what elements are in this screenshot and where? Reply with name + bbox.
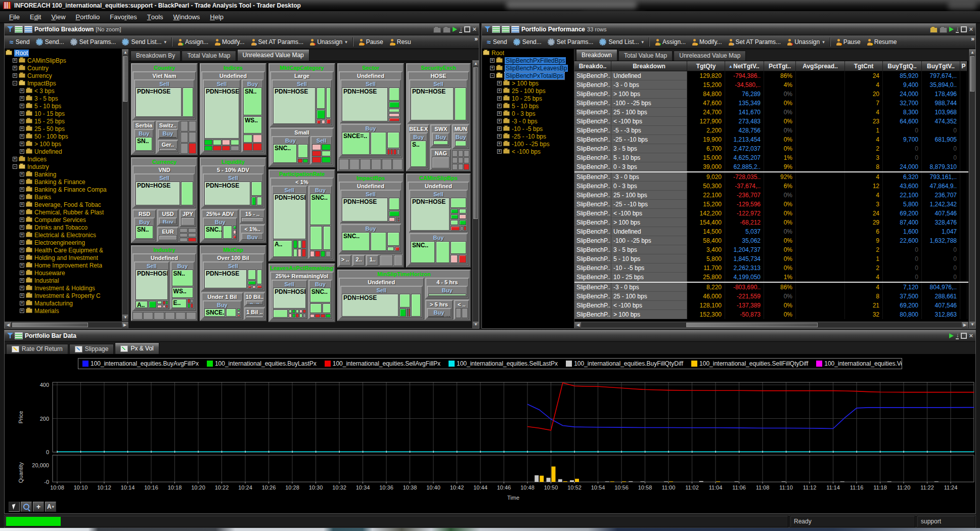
tree-expand-toggle[interactable]: +	[497, 96, 502, 101]
treemap-mosaic-tile[interactable]	[166, 301, 168, 304]
treemap-cell[interactable]: A..	[273, 240, 292, 257]
treemap-cell[interactable]	[451, 226, 459, 231]
treemap-mosaic-tile[interactable]	[464, 157, 469, 163]
treemap-cell[interactable]	[310, 226, 322, 250]
treemap-mosaic-tile[interactable]	[456, 308, 462, 318]
treemap-cell[interactable]: PDN=HOSE	[136, 87, 182, 117]
treemap-mosaic-tile[interactable]	[189, 132, 196, 143]
run-icon[interactable]	[949, 333, 954, 338]
tree-vertical-scrollbar[interactable]: ▲▼	[122, 49, 128, 321]
treemap-group[interactable]: < 1%..Buy	[240, 225, 265, 242]
folder-up-icon[interactable]	[930, 27, 938, 33]
tree-item[interactable]: +Holding and Investment	[5, 254, 122, 261]
treemap-mosaic-tile[interactable]	[302, 249, 305, 257]
table-icon[interactable]	[15, 26, 23, 33]
treemap-mosaic-tile[interactable]	[163, 305, 165, 308]
tree-item[interactable]: +Drinks and Tobacco	[5, 224, 122, 231]
resume-button[interactable]: Resume	[864, 36, 900, 48]
tree-item[interactable]: +Banks	[5, 193, 122, 201]
treemap-mosaic-tile[interactable]	[315, 314, 320, 318]
tree-expand-toggle[interactable]: +	[20, 134, 24, 139]
menu-tools[interactable]: Tools	[142, 11, 168, 22]
tree-expand-toggle[interactable]: +	[497, 149, 502, 154]
treemap-mosaic-tile[interactable]	[213, 140, 221, 145]
tree-expand-toggle[interactable]: +	[490, 58, 495, 63]
tree-item[interactable]: +3 - 5 bps	[5, 95, 122, 102]
treemap-group[interactable]: 1..	[366, 255, 379, 266]
treemap-group[interactable]: SellPDN=HOSE	[409, 79, 468, 122]
treemap-group[interactable]: Under 1 BilBuySNCE..	[201, 292, 243, 320]
tree-item[interactable]: Root	[482, 49, 574, 57]
tree-expand-toggle[interactable]: +	[490, 66, 495, 70]
tree-item[interactable]: +Investment & Holdings	[5, 284, 122, 292]
treemap-cell[interactable]	[257, 270, 262, 284]
tree-expand-toggle[interactable]: +	[13, 73, 17, 78]
treemap-group[interactable]: Over 100 BilSellPDN=HOSE	[201, 253, 265, 291]
treemap-cell[interactable]	[237, 315, 240, 317]
treemap-cell[interactable]: PDN=HOSE	[204, 270, 247, 288]
treemap-group[interactable]: Buy	[432, 132, 450, 146]
table-row[interactable]: SlipBenchP..Undefined14,5005,0370%61,600…	[574, 227, 968, 236]
export-icon[interactable]: ↓	[459, 26, 462, 33]
tab-total-value-map[interactable]: Total Value Map	[618, 51, 673, 61]
send-button[interactable]: Send...	[33, 36, 67, 48]
treemap-cell[interactable]: PDN=HOSE	[273, 288, 306, 308]
send-button[interactable]: ≈Send	[7, 36, 33, 48]
treemap-cell[interactable]	[223, 226, 232, 239]
treemap-mosaic-tile[interactable]	[231, 140, 239, 145]
treemap-group[interactable]: RSDBuySN..	[132, 209, 156, 242]
treemap-cell[interactable]: PDN=HOSE	[342, 198, 388, 222]
tree-expand-toggle[interactable]: +	[20, 187, 24, 192]
treemap-mosaic-tile[interactable]	[231, 146, 239, 151]
tree-expand-toggle[interactable]: +	[20, 278, 24, 283]
table-row[interactable]: SlipBenchP..-100 - -25 bps58,40035,0620%…	[574, 236, 968, 245]
treemap-group[interactable]: Buy	[159, 217, 176, 225]
treemap-mosaic-tile[interactable]	[322, 157, 331, 163]
treemap-cell[interactable]	[317, 87, 325, 109]
tree-item[interactable]: +-100 - -25 bps	[482, 140, 574, 148]
tree-item[interactable]: +Home Improvement Reta	[5, 261, 122, 269]
tree-expand-toggle[interactable]: -	[490, 73, 495, 78]
treemap-group[interactable]: BuySNC..	[308, 280, 332, 319]
treemap-group[interactable]: UndefinedSellPDN=HOSEBuySN..WS..	[201, 71, 265, 154]
table-row[interactable]: SlipBenchP..0 - 3 bps50,300-37,674,..6%1…	[574, 182, 968, 191]
treemap-cell[interactable]	[432, 157, 450, 168]
treemap-mosaic-tile[interactable]	[165, 312, 175, 320]
tab-px-vol[interactable]: Px & Vol	[115, 342, 159, 354]
treemap-cell[interactable]	[326, 119, 331, 123]
treemap-mosaic-tile[interactable]	[458, 164, 464, 170]
tree-expand-toggle[interactable]: +	[20, 286, 24, 290]
treemap-mosaic-tile[interactable]	[360, 159, 370, 170]
treemap-group[interactable]: BuySN..WS..	[242, 79, 263, 152]
table-row[interactable]: SlipBenchP..-5 - -3 bps2,200428,7560%100	[574, 126, 968, 135]
menu-favorites[interactable]: Favorites	[105, 11, 142, 22]
tree-item[interactable]: +SlipBenchPxFilledBps	[482, 57, 574, 64]
treemap-cell[interactable]: PDN=HOSE	[342, 294, 398, 317]
treemap-cell[interactable]	[326, 87, 331, 118]
treemap-group[interactable]: SellPDN=HOSEA..	[272, 186, 307, 258]
table-row[interactable]: SlipBenchP..> 100 bps154,400-68,2120%298…	[574, 218, 968, 227]
treemap-cell[interactable]	[237, 312, 240, 314]
tree-item[interactable]: +10 - 15 bps	[5, 110, 122, 117]
treemap-cell[interactable]	[411, 294, 421, 317]
treemap-group[interactable]: BuySNC..	[340, 224, 401, 252]
treemap-group[interactable]: EUR	[157, 227, 178, 242]
table-row[interactable]: SlipBenchP..> 100 bps84,80076,2890%2024,…	[574, 90, 968, 99]
treemap-vertical-scrollbar[interactable]: ▲▼	[472, 60, 479, 328]
set-params-button[interactable]: Set Params...	[67, 36, 119, 48]
treemap-mosaic-tile[interactable]	[204, 140, 212, 145]
tree-expand-toggle[interactable]: +	[497, 104, 502, 108]
run-icon[interactable]	[949, 27, 954, 32]
table-row[interactable]: SlipBenchP..25 - 100 bps46,000-221,5590%…	[574, 292, 968, 301]
treemap-cell[interactable]	[459, 255, 466, 263]
treemap-cell[interactable]	[428, 316, 444, 317]
treemap-group[interactable]: SerbiaBuySN..	[132, 121, 155, 154]
treemap-cell[interactable]	[451, 198, 466, 208]
treemap-cell[interactable]	[298, 144, 308, 158]
treemap-group[interactable]: SellPDN=HOSE	[203, 79, 241, 152]
treemap-mosaic-tile[interactable]	[302, 240, 305, 248]
column-header-avgspread[interactable]: AvgSpread..	[796, 61, 845, 71]
treemap-mosaic-tile[interactable]	[452, 164, 458, 170]
restore-icon[interactable]	[961, 26, 967, 32]
treemap-cell[interactable]	[317, 120, 321, 124]
